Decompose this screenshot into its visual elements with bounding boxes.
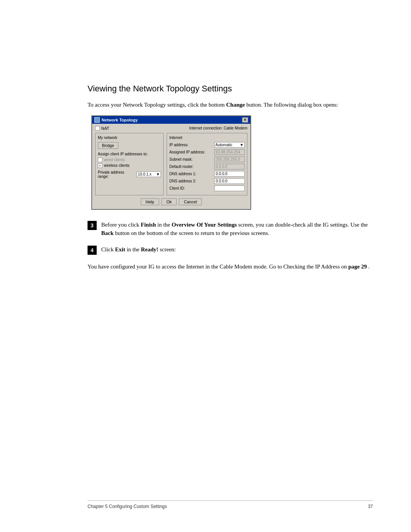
client-id-row: Client ID: bbox=[169, 185, 245, 191]
step3-bold1: Finish bbox=[141, 222, 156, 228]
step4-text: Click Exit in the Ready! screen: bbox=[101, 245, 373, 254]
dialog-titlebar: Network Topology × bbox=[92, 116, 250, 124]
private-range-label: Private address range: bbox=[98, 170, 135, 179]
step4-mid: in the bbox=[127, 246, 140, 252]
subnet-mask-label: Subnet mask: bbox=[169, 157, 207, 161]
step4-block: 4 Click Exit in the Ready! screen: bbox=[88, 245, 373, 255]
internet-panel: Internet IP address: Automatic ▼ Assigne… bbox=[167, 133, 247, 195]
step3-bold3: Back bbox=[101, 230, 114, 236]
dns2-input[interactable] bbox=[214, 178, 245, 184]
intro-line2: button. The following dialog box opens: bbox=[246, 102, 338, 108]
dns2-row: DNS address 2: bbox=[169, 178, 245, 184]
wired-clients-label: wired clients bbox=[104, 158, 125, 162]
assigned-ip-input[interactable] bbox=[214, 149, 245, 155]
bridge-button[interactable]: Bridge bbox=[98, 142, 118, 149]
default-router-row: Default router: bbox=[169, 164, 245, 169]
step3-before: Before you click bbox=[101, 222, 139, 228]
ip-address-row: IP address: Automatic ▼ bbox=[169, 142, 245, 148]
dialog-buttons: Help Ok Cancel bbox=[95, 198, 247, 207]
ip-address-label: IP address: bbox=[169, 143, 207, 147]
dns1-label: DNS address 1: bbox=[169, 172, 207, 176]
step4-bold1: Exit bbox=[115, 246, 125, 252]
wired-checkbox[interactable] bbox=[98, 158, 102, 162]
default-router-label: Default router: bbox=[169, 165, 207, 169]
page-content: Viewing the Network Topology Settings To… bbox=[88, 84, 373, 271]
my-network-title: My network bbox=[98, 136, 161, 140]
assigned-ip-label: Assigned IP address: bbox=[169, 150, 207, 154]
range-dropdown-arrow: ▼ bbox=[156, 172, 160, 176]
titlebar-left: Network Topology bbox=[94, 117, 138, 123]
intro-paragraph: To access your Network Topology settings… bbox=[88, 101, 373, 109]
dialog-close-button[interactable]: × bbox=[242, 117, 248, 123]
default-router-input[interactable] bbox=[214, 164, 245, 169]
dns2-label: DNS address 2: bbox=[169, 179, 207, 183]
network-topology-dialog: Network Topology × NAT Internet connecti… bbox=[91, 115, 251, 210]
help-button[interactable]: Help bbox=[141, 198, 159, 205]
dialog-title-text: Network Topology bbox=[102, 118, 138, 122]
intro-line1: To access your Network Topology settings… bbox=[88, 102, 225, 108]
step3-mid1: in the bbox=[158, 222, 170, 228]
private-range-row: Private address range: 10.0.1.x ▼ bbox=[98, 170, 161, 179]
step4-before: Click bbox=[101, 246, 114, 252]
subnet-mask-input[interactable] bbox=[214, 157, 245, 162]
range-value: 10.0.1.x bbox=[138, 172, 151, 176]
wired-clients-row: wired clients bbox=[98, 158, 161, 162]
wireless-clients-row: ✓ wireless clients bbox=[98, 163, 161, 168]
step3-bold2: Overview Of Your Settings bbox=[172, 222, 237, 228]
body-text-end: . bbox=[368, 264, 370, 270]
section-heading: Viewing the Network Topology Settings bbox=[88, 84, 373, 94]
intro-bold1: Change bbox=[226, 102, 245, 108]
client-id-input[interactable] bbox=[214, 185, 245, 191]
body-text-main: You have configured your IG to access th… bbox=[88, 264, 347, 270]
step4-bold2: Ready! bbox=[141, 246, 158, 252]
assign-label: Assign client IP addresses to: bbox=[98, 152, 161, 156]
ip-dropdown-arrow: ▼ bbox=[240, 143, 244, 147]
body-paragraph: You have configured your IG to access th… bbox=[88, 262, 373, 271]
step3-end: button on the bottom of the screen to re… bbox=[115, 230, 269, 236]
dns1-row: DNS address 1: bbox=[169, 171, 245, 177]
subnet-mask-row: Subnet mask: bbox=[169, 157, 245, 162]
nat-row: NAT Internet connection: Cable Modem bbox=[95, 126, 247, 131]
ok-button[interactable]: Ok bbox=[161, 198, 177, 205]
nat-label: NAT bbox=[101, 126, 109, 131]
footer-chapter: Chapter 5 Configuring Custom Settings bbox=[88, 504, 167, 509]
internet-connection-label: Internet connection: Cable Modem bbox=[189, 126, 247, 130]
ip-address-select[interactable]: Automatic ▼ bbox=[214, 142, 245, 148]
dialog-title-icon bbox=[94, 117, 100, 123]
step3-number: 3 bbox=[88, 221, 97, 230]
nat-checkbox[interactable] bbox=[95, 126, 100, 131]
private-range-select[interactable]: 10.0.1.x ▼ bbox=[137, 171, 161, 177]
assigned-ip-row: Assigned IP address: bbox=[169, 149, 245, 155]
body-page-bold: page 29 bbox=[348, 264, 367, 270]
wireless-checkbox[interactable]: ✓ bbox=[98, 163, 102, 168]
dialog-main-panels: My network Bridge Assign client IP addre… bbox=[95, 133, 247, 195]
dialog-body: NAT Internet connection: Cable Modem My … bbox=[92, 124, 250, 209]
step4-end: screen: bbox=[160, 246, 176, 252]
nat-left: NAT bbox=[95, 126, 109, 131]
wireless-clients-label: wireless clients bbox=[104, 163, 129, 168]
cancel-button[interactable]: Cancel bbox=[179, 198, 202, 205]
step3-mid2: screen, you can double-check all the IG … bbox=[238, 222, 368, 228]
step3-text: Before you click Finish in the Overview … bbox=[101, 220, 373, 238]
ip-address-value: Automatic bbox=[215, 143, 232, 147]
dialog-wrapper: Network Topology × NAT Internet connecti… bbox=[91, 115, 373, 210]
page-footer: Chapter 5 Configuring Custom Settings 37 bbox=[88, 500, 373, 509]
client-id-label: Client ID: bbox=[169, 186, 207, 190]
my-network-panel: My network Bridge Assign client IP addre… bbox=[95, 133, 164, 195]
internet-title: Internet bbox=[169, 136, 245, 140]
step3-block: 3 Before you click Finish in the Overvie… bbox=[88, 220, 373, 238]
dns1-input[interactable] bbox=[214, 171, 245, 177]
footer-page-number: 37 bbox=[368, 504, 373, 509]
step4-number: 4 bbox=[88, 246, 97, 255]
